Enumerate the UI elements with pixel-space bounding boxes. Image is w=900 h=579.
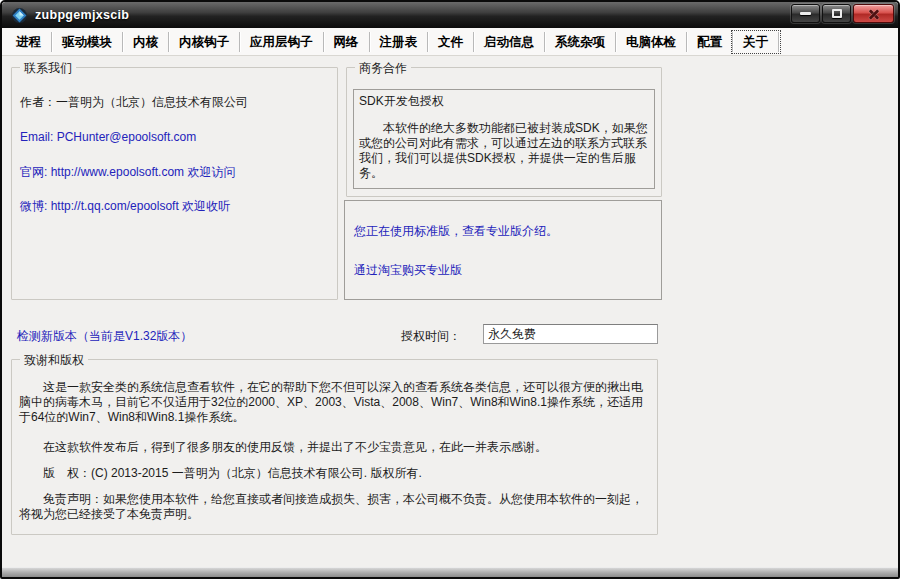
view-pro-edition-link[interactable]: 您正在使用标准版，查看专业版介绍。 <box>354 223 558 240</box>
tab-kernel-hooks[interactable]: 内核钩子 <box>169 32 240 52</box>
disclaimer-paragraph: 免责声明：如果您使用本软件，给您直接或者间接造成损失、损害，本公司概不负责。从您… <box>19 492 651 522</box>
contact-group-title: 联系我们 <box>20 60 76 77</box>
tab-driver-module[interactable]: 驱动模块 <box>52 32 123 52</box>
contact-groupbox: 联系我们 作者：一普明为（北京）信息技术有限公司 Email: PCHunter… <box>11 67 338 300</box>
titlebar[interactable]: zubpgemjxscib <box>2 2 898 28</box>
email-link[interactable]: Email: PCHunter@epoolsoft.com <box>20 130 196 144</box>
credits-group-title: 致谢和版权 <box>20 352 88 369</box>
business-groupbox: 商务合作 SDK开发包授权 本软件的绝大多数功能都已被封装成SDK，如果您或您的… <box>346 67 662 197</box>
tab-file[interactable]: 文件 <box>428 32 474 52</box>
license-time-field[interactable] <box>483 324 658 344</box>
author-text: 作者：一普明为（北京）信息技术有限公司 <box>20 94 248 111</box>
tab-about[interactable]: 关于 <box>733 32 779 52</box>
tab-process[interactable]: 进程 <box>6 32 52 52</box>
window-bottom-frame <box>2 567 898 577</box>
about-panel: 联系我们 作者：一普明为（北京）信息技术有限公司 Email: PCHunter… <box>3 57 897 566</box>
credits-groupbox: 致谢和版权 这是一款安全类的系统信息查看软件，在它的帮助下您不但可以深入的查看系… <box>11 359 658 535</box>
minimize-icon <box>800 12 811 15</box>
tab-config[interactable]: 配置 <box>687 32 733 52</box>
app-window: zubpgemjxscib 进程 驱动模块 内核 内核钩子 应用层钩子 网络 注… <box>0 0 900 579</box>
credits-intro-paragraph: 这是一款安全类的系统信息查看软件，在它的帮助下您不但可以深入的查看系统各类信息，… <box>19 380 651 425</box>
buy-pro-taobao-link[interactable]: 通过淘宝购买专业版 <box>354 262 462 279</box>
minimize-button[interactable] <box>791 4 820 23</box>
tab-system-misc[interactable]: 系统杂项 <box>545 32 616 52</box>
window-controls <box>791 4 894 23</box>
check-new-version-link[interactable]: 检测新版本（当前是V1.32版本） <box>17 328 192 345</box>
tab-startup-info[interactable]: 启动信息 <box>474 32 545 52</box>
close-icon <box>867 7 881 21</box>
sdk-license-box: SDK开发包授权 本软件的绝大多数功能都已被封装成SDK，如果您或您的公司对此有… <box>353 89 655 189</box>
weibo-link[interactable]: 微博: http://t.qq.com/epoolsoft 欢迎收听 <box>20 198 230 215</box>
tab-bar: 进程 驱动模块 内核 内核钩子 应用层钩子 网络 注册表 文件 启动信息 系统杂… <box>2 28 898 56</box>
credits-thanks-paragraph: 在这款软件发布后，得到了很多朋友的使用反馈，并提出了不少宝贵意见，在此一并表示感… <box>19 440 651 455</box>
edition-box: 您正在使用标准版，查看专业版介绍。 通过淘宝购买专业版 <box>344 200 662 300</box>
tab-kernel[interactable]: 内核 <box>123 32 169 52</box>
app-icon <box>11 7 28 24</box>
tab-pc-checkup[interactable]: 电脑体检 <box>616 32 687 52</box>
sdk-title: SDK开发包授权 <box>359 94 649 109</box>
window-title: zubpgemjxscib <box>35 8 129 22</box>
copyright-line: 版 权：(C) 2013-2015 一普明为（北京）信息技术有限公司. 版权所有… <box>19 466 651 481</box>
maximize-icon <box>832 9 842 18</box>
license-time-label: 授权时间： <box>401 328 461 345</box>
sdk-description: 本软件的绝大多数功能都已被封装成SDK，如果您或您的公司对此有需求，可以通过左边… <box>359 121 649 181</box>
business-group-title: 商务合作 <box>355 60 411 77</box>
tab-network[interactable]: 网络 <box>324 32 370 52</box>
tab-registry[interactable]: 注册表 <box>370 32 429 52</box>
tab-application-hooks[interactable]: 应用层钩子 <box>240 32 324 52</box>
close-button[interactable] <box>853 4 894 23</box>
maximize-button[interactable] <box>822 4 851 23</box>
website-link[interactable]: 官网: http://www.epoolsoft.com 欢迎访问 <box>20 164 235 181</box>
